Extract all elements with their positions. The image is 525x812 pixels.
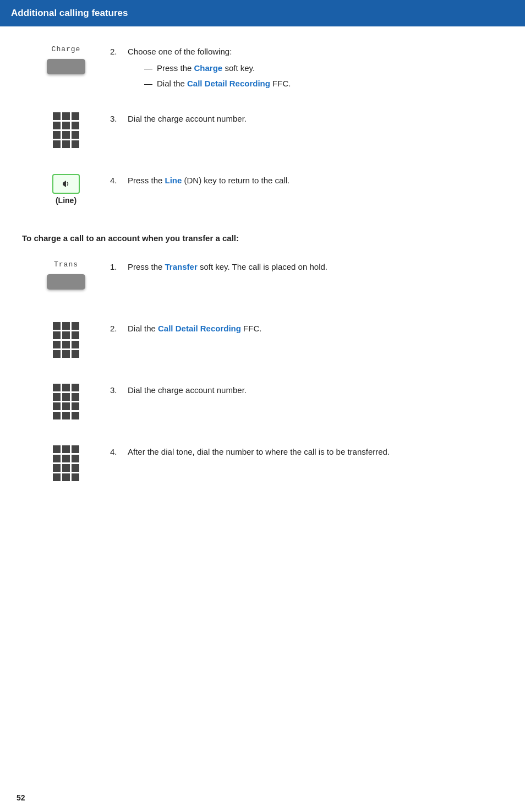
transfer-highlight: Transfer — [165, 262, 198, 271]
cdr-highlight-1: Call Detail Recording — [187, 79, 270, 88]
s2-step-4-main: After the dial tone, dial the number to … — [128, 445, 390, 459]
step-3-text: 3. Dial the charge account number. — [110, 110, 503, 126]
keypad-icon-cell-2 — [22, 320, 110, 358]
keypad-grid-4 — [53, 445, 79, 481]
s2-step-2-text: 2. Dial the Call Detail Recording FFC. — [110, 320, 503, 335]
main-content: Charge 2. Choose one of the following: —… — [0, 43, 525, 538]
charge-key-icon-cell: Charge — [22, 43, 110, 74]
s2-step-3-num: 3. — [110, 384, 123, 397]
page-header: Additional calling features — [0, 0, 525, 26]
step-2-text: 2. Choose one of the following: — Press … — [110, 43, 503, 92]
step-2-sublist: — Press the Charge soft key. — Dial the … — [144, 62, 291, 90]
instruction-row-7: 4. After the dial tone, dial the number … — [22, 443, 503, 487]
charge-highlight: Charge — [194, 63, 223, 73]
s2-step-4-num: 4. — [110, 445, 123, 459]
instruction-row-6: 3. Dial the charge account number. — [22, 382, 503, 426]
line-key-icon — [52, 174, 80, 194]
line-key-container: (Line) — [52, 174, 80, 205]
trans-key-icon-cell: Trans — [22, 258, 110, 290]
charge-soft-key — [47, 59, 85, 74]
speaker-icon — [61, 178, 72, 189]
sub-item-cdr: — Dial the Call Detail Recording FFC. — [144, 77, 291, 90]
keypad-grid-2 — [53, 322, 79, 358]
line-key-label: (Line) — [56, 196, 76, 205]
page-title: Additional calling features — [11, 8, 514, 19]
line-key-icon-cell: (Line) — [22, 172, 110, 205]
instruction-row-2: 3. Dial the charge account number. — [22, 110, 503, 154]
instruction-row-3: (Line) 4. Press the Line (DN) key to ret… — [22, 172, 503, 216]
step-4-main: Press the Line (DN) key to return to the… — [128, 174, 289, 187]
s2-step-2-num: 2. — [110, 322, 123, 335]
sub-item-charge: — Press the Charge soft key. — [144, 62, 291, 75]
s2-step-1-num: 1. — [110, 260, 123, 274]
trans-soft-key — [47, 274, 85, 290]
step-4-text: 4. Press the Line (DN) key to return to … — [110, 172, 503, 187]
charge-key-label: Charge — [52, 45, 81, 53]
step-3-num: 3. — [110, 112, 123, 126]
step-3-main: Dial the charge account number. — [128, 112, 247, 126]
keypad-icon-cell-1 — [22, 110, 110, 148]
s2-step-1-main: Press the Transfer soft key. The call is… — [128, 260, 327, 274]
step-2-num: 2. — [110, 45, 123, 58]
line-highlight: Line — [165, 176, 182, 185]
instruction-row-1: Charge 2. Choose one of the following: —… — [22, 43, 503, 92]
page-number: 52 — [17, 793, 25, 802]
s2-step-3-main: Dial the charge account number. — [128, 384, 247, 397]
keypad-icon-cell-3 — [22, 382, 110, 419]
step-4-num: 4. — [110, 174, 123, 187]
s2-step-4-text: 4. After the dial tone, dial the number … — [110, 443, 503, 459]
instruction-row-4: Trans 1. Press the Transfer soft key. Th… — [22, 258, 503, 302]
s2-step-1-text: 1. Press the Transfer soft key. The call… — [110, 258, 503, 274]
step-2-main: Choose one of the following: — [128, 47, 232, 56]
s2-step-2-main: Dial the Call Detail Recording FFC. — [128, 322, 261, 335]
keypad-grid-3 — [53, 384, 79, 419]
s2-step-3-text: 3. Dial the charge account number. — [110, 382, 503, 397]
svg-marker-0 — [63, 181, 66, 187]
section2-heading: To charge a call to an account when you … — [22, 233, 503, 243]
keypad-icon-cell-4 — [22, 443, 110, 481]
keypad-grid-1 — [53, 112, 79, 148]
cdr-highlight-2: Call Detail Recording — [158, 324, 241, 333]
instruction-row-5: 2. Dial the Call Detail Recording FFC. — [22, 320, 503, 364]
trans-key-label: Trans — [54, 260, 78, 269]
